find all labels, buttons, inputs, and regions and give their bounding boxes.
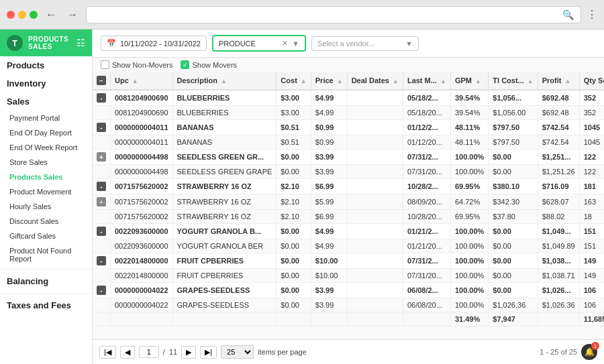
page-number-input[interactable] [139, 346, 159, 358]
category-filter[interactable]: PRODUCE ✕ ▼ [212, 35, 306, 52]
sidebar-item-sales[interactable]: Sales [0, 93, 92, 111]
filter-value: PRODUCE [219, 40, 256, 48]
forward-button[interactable]: → [64, 7, 81, 22]
deal-dates-cell [347, 135, 403, 149]
browser-menu-icon[interactable]: ⋮ [587, 8, 597, 21]
sidebar-item-inventory[interactable]: Inventory [0, 74, 92, 93]
sidebar-item-products[interactable]: Products [0, 56, 92, 74]
description-cell: BLUEBERRIES [172, 106, 276, 120]
profit-cell: $628.07 [538, 194, 579, 210]
vendor-dropdown-icon[interactable]: ▼ [405, 40, 413, 48]
deal-dates-cell [347, 120, 403, 135]
toggle-all-icon[interactable]: − [97, 76, 106, 85]
sidebar-item-store-sales[interactable]: Store Sales [0, 155, 92, 170]
col-cost[interactable]: Cost ▲ [276, 72, 311, 90]
sidebar: T PRODUCTS SALES ☷ Products Inventory Sa… [0, 29, 93, 364]
price-cell: $3.99 [311, 149, 347, 165]
table-row: -0081204900690BLUEBERRIES$3.00$4.9905/18… [93, 90, 604, 106]
sidebar-item-products-sales[interactable]: Products Sales [0, 170, 92, 184]
row-expand-icon[interactable]: - [97, 256, 106, 265]
description-cell: STRAWBERRY 16 OZ [172, 210, 276, 224]
upc-cell: 0071575620002 [111, 210, 173, 224]
cost-cell: $0.00 [276, 224, 311, 239]
col-upc[interactable]: Upc ▲ [111, 72, 173, 90]
sidebar-item-product-not-found[interactable]: Product Not Found Report [0, 243, 92, 266]
row-expand-icon[interactable]: - [97, 227, 106, 236]
row-expand-icon[interactable]: - [97, 182, 106, 191]
gpm-sort-icon: ▲ [475, 78, 481, 84]
last-move-cell: 05/18/20... [403, 106, 450, 120]
tl-cost-cell: $1,056... [489, 90, 538, 106]
page-separator: / [163, 348, 165, 356]
sidebar-item-balancing[interactable]: Balancing [0, 272, 92, 290]
last-move-cell: 08/09/20... [403, 194, 450, 210]
last-move-cell: 06/08/20... [403, 298, 450, 312]
price-cell: $0.99 [311, 135, 347, 149]
cost-cell: $0.00 [276, 298, 311, 312]
col-deal-dates[interactable]: Deal Dates ▲ [347, 72, 403, 90]
sidebar-item-discount-sales[interactable]: Discount Sales [0, 214, 92, 229]
description-cell: BANANAS [172, 120, 276, 135]
items-per-page-label: items per page [258, 348, 307, 356]
last-page-button[interactable]: ▶| [200, 346, 217, 359]
col-tl-cost[interactable]: Tl Cost... ▲ [489, 72, 538, 90]
row-expand-icon[interactable]: - [97, 123, 106, 132]
tl-cost-cell: $0.00 [489, 253, 538, 269]
cost-cell: $0.51 [276, 120, 311, 135]
movers-cb-box: ✓ [181, 60, 189, 69]
row-toggle-cell [93, 269, 111, 283]
totals-cell-5 [403, 312, 450, 326]
show-movers-checkbox[interactable]: ✓ Show Movers [181, 60, 237, 69]
sidebar-item-giftcard-sales[interactable]: Giftcard Sales [0, 229, 92, 243]
traffic-lights [7, 11, 38, 19]
col-price[interactable]: Price ▲ [311, 72, 347, 90]
row-expand-icon[interactable]: - [97, 93, 106, 103]
back-button[interactable]: ← [43, 7, 59, 22]
tl-cost-cell: $380.10 [489, 179, 538, 194]
price-cell: $5.99 [311, 194, 347, 210]
row-expand-icon[interactable]: + [97, 197, 106, 206]
items-per-page-select[interactable]: 25 50 100 [221, 345, 254, 359]
col-description[interactable]: Description ▲ [172, 72, 276, 90]
sidebar-divider [0, 269, 92, 269]
last-move-cell: 07/31/2... [403, 253, 450, 269]
show-non-movers-checkbox[interactable]: Show Non-Movers [101, 60, 172, 69]
gpm-cell: 39.54% [450, 106, 488, 120]
profit-cell: $1,251... [538, 149, 579, 165]
prev-page-button[interactable]: ◀ [120, 346, 135, 359]
row-expand-icon[interactable]: - [97, 286, 106, 295]
tl-cost-cell: $1,056.00 [489, 106, 538, 120]
minimize-button[interactable] [18, 11, 26, 19]
sidebar-item-end-of-week[interactable]: End Of Week Report [0, 140, 92, 155]
deal-dates-cell [347, 239, 403, 253]
maximize-button[interactable] [30, 11, 38, 19]
grid-icon[interactable]: ☷ [77, 38, 85, 48]
first-page-button[interactable]: |◀ [99, 346, 116, 359]
col-qty-sold[interactable]: Qty Sol... ▲ [579, 72, 604, 90]
sidebar-item-hourly-sales[interactable]: Hourly Sales [0, 199, 92, 214]
date-range-picker[interactable]: 📅 10/11/2022 - 10/31/2022 [101, 36, 207, 51]
notification-button[interactable]: 🔔 1 [581, 344, 597, 360]
sidebar-item-payment-portal[interactable]: Payment Portal [0, 111, 92, 125]
col-profit[interactable]: Profit ▲ [538, 72, 579, 90]
description-cell: FRUIT CPBERRIES [172, 253, 276, 269]
sidebar-item-taxes-and-fees[interactable]: Taxes and Fees [0, 296, 92, 314]
tl-cost-cell: $0.00 [489, 224, 538, 239]
sidebar-header: T PRODUCTS SALES ☷ [0, 29, 92, 56]
clear-filter-icon[interactable]: ✕ [282, 39, 288, 48]
col-last-m[interactable]: Last M... ▲ [403, 72, 450, 90]
row-expand-icon[interactable]: + [97, 152, 106, 162]
date-range-value: 10/11/2022 - 10/31/2022 [120, 40, 201, 48]
url-bar[interactable]: 🔍 [86, 6, 581, 23]
vendor-filter[interactable]: Select a vendor... ▼ [311, 36, 419, 51]
sidebar-item-product-movement[interactable]: Product Movement [0, 184, 92, 199]
dropdown-arrow-icon[interactable]: ▼ [292, 40, 299, 48]
tlcost-sort-icon: ▲ [527, 78, 534, 84]
deal-dates-cell [347, 179, 403, 194]
close-button[interactable] [7, 11, 15, 19]
next-page-button[interactable]: ▶ [181, 346, 196, 359]
col-gpm[interactable]: GPM ▲ [450, 72, 488, 90]
cost-cell: $0.00 [276, 253, 311, 269]
price-cell: $6.99 [311, 210, 347, 224]
sidebar-item-end-of-day[interactable]: End Of Day Report [0, 125, 92, 140]
